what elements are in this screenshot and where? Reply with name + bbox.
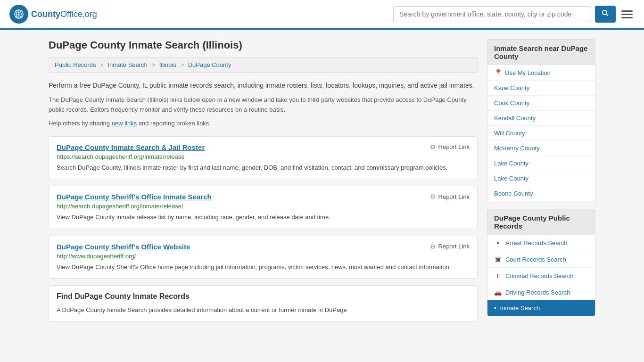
share-note: Help others by sharing new links and rep… <box>49 120 478 127</box>
page-title: DuPage County Inmate Search (Illinois) <box>49 39 478 51</box>
report-icon-2: ⚙ <box>430 193 436 200</box>
sidebar: Inmate Search near DuPage County 📍 Use M… <box>487 39 595 322</box>
search-button[interactable] <box>595 6 616 23</box>
find-records-desc: A DuPage County Inmate Search provides d… <box>57 305 470 315</box>
logo-icon <box>9 5 28 24</box>
report-icon-1: ⚙ <box>430 143 436 151</box>
result-header-3: DuPage County Sheriff's Office Website ⚙… <box>57 243 470 251</box>
list-item: Lake County <box>487 171 595 186</box>
search-area <box>393 6 635 23</box>
public-records-header: DuPage County Public Records <box>487 209 595 235</box>
court-records-icon: 🏛 <box>494 255 502 263</box>
nearby-section: Inmate Search near DuPage County 📍 Use M… <box>487 39 595 201</box>
breadcrumb: Public Records > Inmate Search > Illinoi… <box>49 57 478 73</box>
menu-bar-3 <box>621 17 633 18</box>
list-item: Cook County <box>487 96 595 111</box>
breadcrumb-sep-3: > <box>180 61 184 68</box>
public-records-section: DuPage County Public Records ▪ Arrest Re… <box>487 209 595 316</box>
list-item: McHenry County <box>487 141 595 156</box>
result-url-1[interactable]: https://search.dupagesheriff.org/inmate/… <box>57 153 470 160</box>
result-url-2[interactable]: http://search.dupagesheriff.org/inmate/r… <box>57 203 470 210</box>
inmate-search-item[interactable]: ▪ Inmate Search <box>487 300 595 316</box>
inmate-search-link[interactable]: Inmate Search <box>500 304 540 312</box>
result-card-2: DuPage County Sheriff's Office Inmate Se… <box>49 186 478 229</box>
content-area: DuPage County Inmate Search (Illinois) P… <box>49 39 478 322</box>
result-desc-2: View DuPage County inmate release list b… <box>57 213 470 222</box>
result-desc-3: View DuPage County Sheriff's Office home… <box>57 263 470 272</box>
menu-bar-2 <box>621 14 633 15</box>
result-header-2: DuPage County Sheriff's Office Inmate Se… <box>57 193 470 201</box>
svg-point-5 <box>603 10 607 15</box>
nearby-cook-county[interactable]: Cook County <box>487 96 595 110</box>
nearby-boone-county[interactable]: Boone County <box>487 186 595 201</box>
result-card-3: DuPage County Sheriff's Office Website ⚙… <box>49 236 478 279</box>
new-links-link[interactable]: new links <box>112 120 137 127</box>
result-card-1: DuPage County Inmate Search & Jail Roste… <box>49 136 478 180</box>
result-title-1[interactable]: DuPage County Inmate Search & Jail Roste… <box>57 143 205 151</box>
use-location-link[interactable]: Use My Location <box>505 69 551 76</box>
list-item: ▪ Arrest Records Search <box>487 235 595 251</box>
logo-text: CountyOffice.org <box>31 9 97 19</box>
arrest-records-icon: ▪ <box>494 239 502 247</box>
arrest-records-link[interactable]: Arrest Records Search <box>505 239 568 247</box>
report-label-2: Report Link <box>438 193 470 200</box>
find-records-title: Find DuPage County Inmate Records <box>57 292 470 301</box>
nearby-lake-county-2[interactable]: Lake County <box>487 171 595 186</box>
result-title-2[interactable]: DuPage County Sheriff's Office Inmate Se… <box>57 193 212 201</box>
list-item: Boone County <box>487 186 595 201</box>
driving-records-icon: 🚗 <box>494 288 502 296</box>
nearby-header: Inmate Search near DuPage County <box>487 40 595 65</box>
criminal-records-icon: ! <box>494 272 502 280</box>
menu-bar-1 <box>621 10 633 12</box>
header: CountyOffice.org <box>0 0 644 30</box>
list-item: 🚗 Driving Records Search <box>487 284 595 300</box>
list-item: Kane County <box>487 81 595 96</box>
list-item: 🏛 Court Records Search <box>487 251 595 268</box>
breadcrumb-inmate-search[interactable]: Inmate Search <box>107 61 148 68</box>
driving-records-link[interactable]: Driving Records Search <box>505 289 570 296</box>
list-item: Kendall County <box>487 111 595 126</box>
list-item: Lake County <box>487 156 595 171</box>
report-label-3: Report Link <box>438 243 470 250</box>
result-title-3[interactable]: DuPage County Sheriff's Office Website <box>57 243 190 251</box>
nearby-kendall-county[interactable]: Kendall County <box>487 111 595 125</box>
report-icon-3: ⚙ <box>430 243 436 250</box>
search-input[interactable] <box>393 6 591 22</box>
nearby-lake-county-1[interactable]: Lake County <box>487 156 595 171</box>
find-records-card: Find DuPage County Inmate Records A DuPa… <box>49 285 478 322</box>
main-container: DuPage County Inmate Search (Illinois) P… <box>39 39 605 322</box>
use-location: 📍 Use My Location <box>487 65 595 81</box>
inmate-search-icon: ▪ <box>494 304 496 312</box>
share-note-prefix: Help others by sharing <box>49 120 112 127</box>
court-records-link[interactable]: Court Records Search <box>505 256 566 263</box>
nearby-kane-county[interactable]: Kane County <box>487 81 595 95</box>
list-item: ! Criminal Records Search <box>487 268 595 284</box>
share-note-suffix: and reporting broken links. <box>137 120 211 127</box>
report-link-2[interactable]: ⚙ Report Link <box>430 193 470 200</box>
report-link-3[interactable]: ⚙ Report Link <box>430 243 470 250</box>
criminal-records-link[interactable]: Criminal Records Search <box>505 272 574 280</box>
result-url-3[interactable]: http://www.dupagesheriff.org/ <box>57 253 470 260</box>
svg-line-6 <box>606 14 608 16</box>
menu-button[interactable] <box>619 8 635 20</box>
breadcrumb-sep-1: > <box>100 61 104 68</box>
breadcrumb-public-records[interactable]: Public Records <box>55 61 96 68</box>
result-desc-1: Search DuPage County, Illinois inmate ro… <box>57 163 470 173</box>
nearby-mchenry-county[interactable]: McHenry County <box>487 141 595 156</box>
description-2: The DuPage County Inmate Search (Illinoi… <box>49 95 478 115</box>
breadcrumb-sep-2: > <box>151 61 155 68</box>
logo-area: CountyOffice.org <box>9 5 97 24</box>
location-pin-icon: 📍 <box>494 69 502 76</box>
description-1: Perform a free DuPage County, IL public … <box>49 80 478 90</box>
breadcrumb-dupage-county[interactable]: DuPage County <box>188 61 231 68</box>
report-label-1: Report Link <box>438 143 470 150</box>
breadcrumb-illinois[interactable]: Illinois <box>159 61 176 68</box>
nearby-will-county[interactable]: Will County <box>487 126 595 140</box>
report-link-1[interactable]: ⚙ Report Link <box>430 143 470 151</box>
result-header-1: DuPage County Inmate Search & Jail Roste… <box>57 143 470 151</box>
public-records-list: ▪ Arrest Records Search 🏛 Court Records … <box>487 235 595 300</box>
list-item: Will County <box>487 126 595 141</box>
nearby-list: Kane County Cook County Kendall County W… <box>487 81 595 201</box>
